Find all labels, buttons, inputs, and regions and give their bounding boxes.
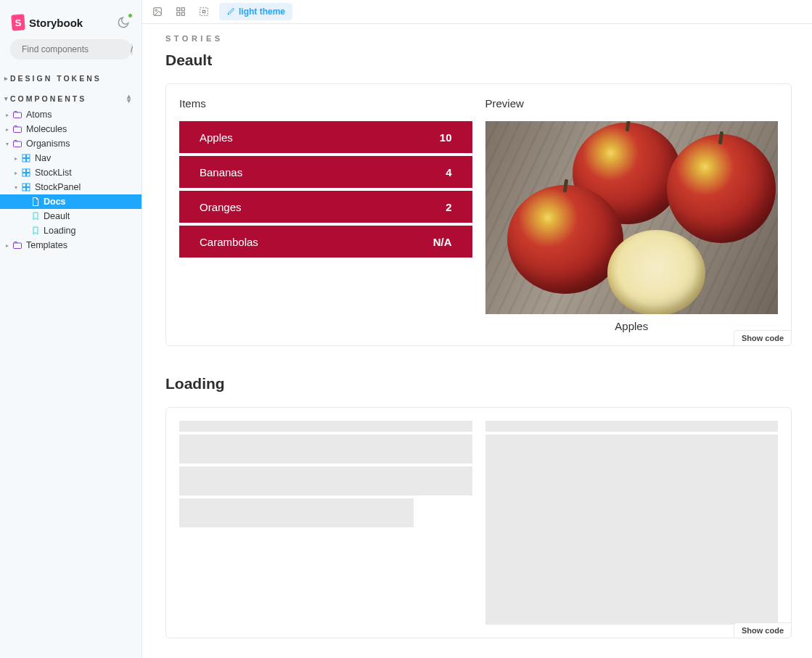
stock-row[interactable]: Carambolas N/A xyxy=(179,226,472,258)
svg-rect-23 xyxy=(181,12,184,15)
sidebar-header: S Storybook xyxy=(0,9,142,39)
svg-rect-21 xyxy=(181,8,184,11)
svg-point-19 xyxy=(155,9,157,11)
stock-row[interactable]: Oranges 2 xyxy=(179,191,472,223)
section-label: COMPONENTS xyxy=(10,94,86,103)
tree-item-templates[interactable]: ▸ Templates xyxy=(0,238,142,252)
svg-rect-9 xyxy=(22,169,26,173)
tree-item-stocklist[interactable]: ▸ StockList xyxy=(0,165,142,180)
story-card-loading: Show code xyxy=(165,407,792,638)
storybook-logo[interactable]: S Storybook xyxy=(12,15,83,30)
story-title-loading: Loading xyxy=(165,375,792,392)
stories-eyebrow: STORIES xyxy=(165,34,792,43)
stock-value: N/A xyxy=(433,236,452,248)
toolbar-grid-button[interactable] xyxy=(173,4,189,20)
paintbrush-icon xyxy=(226,7,235,16)
tree-label: StockPanel xyxy=(35,182,81,192)
tree-item-stockpanel[interactable]: ▾ StockPanel xyxy=(0,180,142,194)
component-icon xyxy=(22,168,30,177)
svg-rect-22 xyxy=(177,12,180,15)
folder-icon xyxy=(13,242,22,249)
svg-rect-6 xyxy=(27,155,30,158)
svg-rect-4 xyxy=(14,141,22,147)
section-label: DESIGN TOKENS xyxy=(10,74,102,83)
show-code-button[interactable]: Show code xyxy=(734,330,792,346)
toolbar-outline-button[interactable] xyxy=(196,4,212,20)
sidebar: S Storybook / ▸ DESIGN TOKENS ▾ COMPONEN… xyxy=(0,0,142,658)
caret-right-icon: ▸ xyxy=(6,242,12,249)
skeleton-image xyxy=(485,435,779,625)
section-design-tokens[interactable]: ▸ DESIGN TOKENS xyxy=(0,67,142,87)
show-code-button[interactable]: Show code xyxy=(734,622,792,638)
stock-name: Carambolas xyxy=(200,236,258,248)
skeleton-bar xyxy=(179,466,472,495)
caret-right-icon: ▸ xyxy=(6,112,12,118)
stock-row[interactable]: Bananas 4 xyxy=(179,156,472,188)
svg-rect-11 xyxy=(22,173,26,177)
folder-icon xyxy=(13,140,22,147)
caret-right-icon: ▸ xyxy=(4,75,10,82)
preview-image xyxy=(485,121,779,314)
stock-value: 10 xyxy=(440,131,452,144)
tree-item-molecules[interactable]: ▸ Molecules xyxy=(0,122,142,136)
docs-content: STORIES Deault Items Apples 10 Bananas 4 xyxy=(142,24,812,658)
caret-down-icon: ▾ xyxy=(4,95,10,102)
svg-rect-12 xyxy=(27,173,30,177)
tree-item-organisms[interactable]: ▾ Organisms xyxy=(0,136,142,151)
preview-caption: Apples xyxy=(485,314,779,332)
outline-icon xyxy=(199,7,209,17)
skeleton-bar xyxy=(485,421,779,432)
stock-row[interactable]: Apples 10 xyxy=(179,121,472,153)
story-title-deault: Deault xyxy=(165,52,792,69)
apple-cut-illustration xyxy=(607,230,705,314)
sort-icon[interactable]: ▴▾ xyxy=(127,94,133,103)
bookmark-icon xyxy=(32,226,39,235)
tree-item-loading[interactable]: Loading xyxy=(0,223,142,238)
tree-label: Loading xyxy=(44,226,76,236)
loading-items-column xyxy=(179,421,472,625)
caret-right-icon: ▸ xyxy=(6,126,12,133)
svg-rect-16 xyxy=(27,188,30,192)
preview-column: Preview Apples xyxy=(485,97,779,332)
skeleton-bar xyxy=(179,498,414,527)
theme-toggle-button[interactable]: light theme xyxy=(219,3,292,20)
tree-label: Templates xyxy=(26,240,67,250)
svg-rect-18 xyxy=(154,8,162,16)
folder-icon xyxy=(13,111,22,118)
apple-illustration xyxy=(507,185,623,294)
search-input-wrapper[interactable]: / xyxy=(10,39,131,59)
main: light theme STORIES Deault Items Apples … xyxy=(142,0,812,658)
svg-rect-14 xyxy=(27,184,30,187)
items-label: Items xyxy=(179,97,472,110)
caret-down-icon: ▾ xyxy=(15,184,20,191)
svg-rect-15 xyxy=(22,188,26,192)
search-input[interactable] xyxy=(22,44,131,54)
svg-rect-25 xyxy=(202,10,205,13)
section-components[interactable]: ▾ COMPONENTS ▴▾ xyxy=(0,87,142,107)
toolbar: light theme xyxy=(142,0,812,24)
tree-item-atoms[interactable]: ▸ Atoms xyxy=(0,107,142,122)
skeleton-bar xyxy=(179,435,472,464)
tree-item-docs[interactable]: Docs xyxy=(0,194,142,209)
folder-icon xyxy=(13,126,22,133)
apple-illustration xyxy=(667,134,776,243)
svg-rect-5 xyxy=(22,155,26,158)
toolbar-photo-button[interactable] xyxy=(149,4,165,20)
caret-down-icon: ▾ xyxy=(6,141,12,147)
svg-rect-3 xyxy=(14,127,22,133)
nav-tree: ▸ Atoms ▸ Molecules ▾ Organisms ▸ Nav ▸ … xyxy=(0,107,142,252)
tree-label: Organisms xyxy=(26,139,70,149)
tree-item-nav[interactable]: ▸ Nav xyxy=(0,151,142,165)
svg-rect-2 xyxy=(14,112,22,118)
stock-name: Apples xyxy=(200,131,233,144)
tree-label: Deault xyxy=(44,211,70,221)
status-dot-icon xyxy=(128,13,133,18)
svg-rect-20 xyxy=(177,8,180,11)
tree-item-deault[interactable]: Deault xyxy=(0,209,142,223)
preview-label: Preview xyxy=(485,97,779,110)
theme-label: light theme xyxy=(239,7,285,17)
document-icon xyxy=(32,197,39,206)
bookmark-icon xyxy=(32,212,39,221)
sidebar-settings-button[interactable] xyxy=(115,15,131,30)
image-icon xyxy=(152,7,163,17)
